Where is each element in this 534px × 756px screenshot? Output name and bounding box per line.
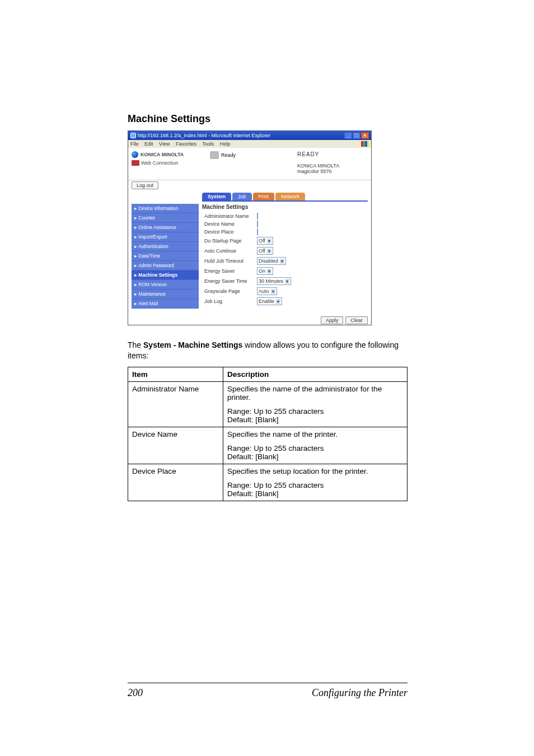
nav-machine-settings[interactable]: ▸ Machine Settings	[132, 270, 199, 280]
input-device-name[interactable]	[257, 221, 258, 227]
side-nav: ▸ Device Information ▸ Counter ▸ Online …	[132, 204, 199, 309]
tab-print[interactable]: Print	[253, 193, 275, 200]
chevron-down-icon: ▾	[267, 249, 271, 254]
select-energy-saver[interactable]: On▾	[257, 267, 273, 275]
menu-tools[interactable]: Tools	[202, 141, 214, 147]
nav-online-assistance[interactable]: ▸ Online Assistance	[132, 223, 199, 232]
footer-text: Configuring the Printer	[312, 687, 407, 699]
label-grayscale-page: Grayscale Page	[201, 288, 257, 294]
label-hold-job-timeout: Hold Job Timeout	[201, 258, 257, 264]
cell-desc: Specifies the setup location for the pri…	[223, 464, 407, 501]
logout-button[interactable]: Log out	[132, 181, 158, 189]
settings-table: Item Description Administrator Name Spec…	[128, 367, 407, 501]
brand-globe-icon	[132, 151, 138, 158]
cell-item: Device Name	[128, 427, 223, 464]
col-item: Item	[128, 367, 223, 381]
chevron-down-icon: ▾	[285, 279, 289, 284]
chevron-down-icon: ▾	[280, 259, 284, 264]
intro-bold: System - Machine Settings	[143, 340, 242, 349]
nav-admin-password[interactable]: ▸ Admin Password	[132, 261, 199, 270]
intro-before: The	[128, 340, 143, 349]
desc-text: Specifies the setup location for the pri…	[227, 467, 403, 475]
desc-range: Range: Up to 255 characters	[227, 444, 403, 452]
tab-system[interactable]: System	[202, 193, 231, 200]
tab-network[interactable]: Network	[275, 193, 305, 200]
pagescope-logo: Web Connection	[132, 160, 210, 166]
window-close-icon[interactable]: ×	[361, 132, 369, 139]
label-job-log: Job Log	[201, 298, 257, 304]
label-auto-continue: Auto Continue	[201, 248, 257, 254]
ie-title-bar: http://192.168.1.2/a_index.html - Micros…	[128, 131, 371, 140]
table-row: Device Place Specifies the setup locatio…	[128, 464, 407, 501]
intro-paragraph: The System - Machine Settings window all…	[128, 340, 407, 361]
menu-favorites[interactable]: Favorites	[176, 141, 196, 147]
nav-date-time[interactable]: ▸ Date/Time	[132, 251, 199, 261]
nav-maintenance[interactable]: ▸ Maintenance	[132, 290, 199, 299]
desc-default: Default: [Blank]	[227, 452, 403, 461]
chevron-down-icon: ▾	[276, 299, 280, 304]
table-row: Device Name Specifies the name of the pr…	[128, 427, 407, 464]
page-footer: 200 Configuring the Printer	[128, 687, 407, 699]
screenshot-figure: http://192.168.1.2/a_index.html - Micros…	[128, 130, 372, 325]
select-job-log[interactable]: Enable▾	[257, 297, 282, 305]
brand-text: KONICA MINOLTA	[140, 152, 184, 157]
nav-rom-version[interactable]: ▸ ROM Version	[132, 280, 199, 290]
select-energy-saver-time-value: 30 Minutes	[259, 278, 283, 284]
nav-counter[interactable]: ▸ Counter	[132, 213, 199, 223]
desc-default: Default: [Blank]	[227, 416, 403, 424]
chevron-down-icon: ▾	[267, 269, 271, 274]
apply-button[interactable]: Apply	[321, 316, 344, 324]
label-energy-saver-time: Energy Saver Time	[201, 278, 257, 284]
table-row: Administrator Name Specifies the name of…	[128, 381, 407, 427]
select-energy-saver-time[interactable]: 30 Minutes▾	[257, 277, 291, 285]
section-heading: Machine Settings	[128, 113, 407, 125]
select-auto-continue[interactable]: Off▾	[257, 247, 273, 255]
cell-item: Device Place	[128, 464, 223, 501]
ie-title-text: http://192.168.1.2/a_index.html - Micros…	[138, 133, 270, 138]
nav-import-export[interactable]: ▸ Import/Export	[132, 232, 199, 242]
window-maximize-icon[interactable]: □	[353, 132, 360, 139]
label-device-place: Device Place	[201, 229, 257, 235]
desc-text: Specifies the name of the administrator …	[227, 385, 403, 402]
brand-logo: KONICA MINOLTA	[132, 151, 210, 158]
menu-edit[interactable]: Edit	[144, 141, 153, 147]
nav-alert-mail[interactable]: ▸ Alert Mail	[132, 299, 199, 309]
label-energy-saver: Energy Saver	[201, 268, 257, 274]
label-startup-page: Do Startup Page	[201, 238, 257, 244]
cell-item: Administrator Name	[128, 381, 223, 427]
clear-button[interactable]: Clear	[345, 316, 368, 324]
select-grayscale-page[interactable]: Auto▾	[257, 287, 277, 295]
desc-text: Specifies the name of the printer.	[227, 430, 403, 438]
cell-desc: Specifies the name of the printer. Range…	[223, 427, 407, 464]
select-auto-continue-value: Off	[259, 248, 265, 254]
desc-default: Default: [Blank]	[227, 489, 403, 498]
device-model: magicolor 5570	[297, 169, 368, 174]
menu-help[interactable]: Help	[220, 141, 231, 147]
nav-device-information[interactable]: ▸ Device Information	[132, 204, 199, 213]
cell-desc: Specifies the name of the administrator …	[223, 381, 407, 427]
tab-job[interactable]: Job	[232, 193, 252, 200]
menu-view[interactable]: View	[159, 141, 170, 147]
label-admin-name: Administrator Name	[201, 213, 257, 219]
page-number: 200	[128, 687, 143, 699]
select-startup-page[interactable]: Off▾	[257, 237, 273, 245]
input-device-place[interactable]	[257, 228, 258, 235]
pagescope-icon	[132, 160, 139, 166]
select-grayscale-page-value: Auto	[259, 288, 269, 294]
nav-authentication[interactable]: ▸ Authentication	[132, 242, 199, 251]
printer-icon	[210, 151, 219, 159]
select-energy-saver-value: On	[259, 268, 265, 274]
window-minimize-icon[interactable]: _	[344, 132, 352, 139]
footer-rule	[128, 683, 407, 683]
label-device-name: Device Name	[201, 221, 257, 227]
table-header-row: Item Description	[128, 367, 407, 381]
select-hold-job-timeout[interactable]: Disabled▾	[257, 257, 286, 265]
desc-range: Range: Up to 255 characters	[227, 481, 403, 489]
menu-file[interactable]: File	[130, 141, 139, 147]
device-brand: KONICA MINOLTA	[297, 163, 368, 169]
chevron-down-icon: ▾	[267, 239, 271, 244]
windows-flag-icon	[361, 141, 369, 147]
input-admin-name[interactable]	[257, 213, 258, 220]
col-description: Description	[223, 367, 407, 381]
select-startup-page-value: Off	[259, 238, 265, 244]
